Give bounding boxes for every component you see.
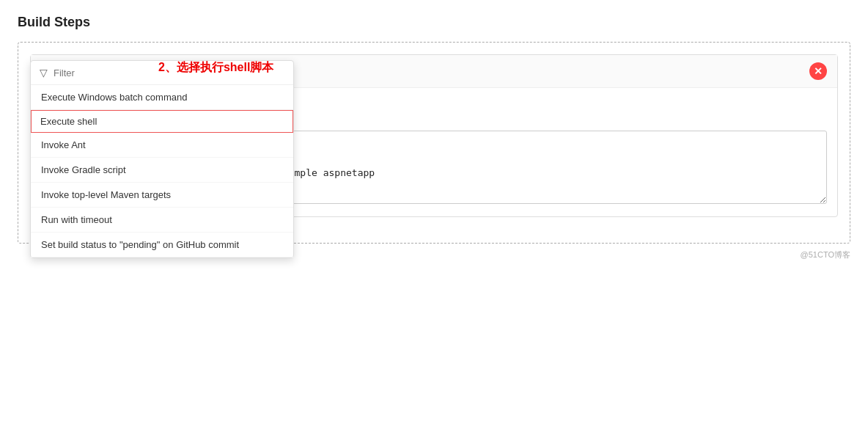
filter-input[interactable] <box>54 67 284 78</box>
build-steps-container: Execute shell ? ✕ Command See the list o… <box>18 42 850 244</box>
dropdown-item-execute-shell[interactable]: Execute shell <box>31 110 293 133</box>
close-button[interactable]: ✕ <box>809 62 827 80</box>
filter-icon: ▽ <box>40 67 48 78</box>
dropdown-item-invoke-gradle[interactable]: Invoke Gradle script <box>31 158 293 183</box>
dropdown-item-invoke-ant[interactable]: Invoke Ant <box>31 133 293 158</box>
dropdown-item-invoke-maven[interactable]: Invoke top-level Maven targets <box>31 183 293 208</box>
dropdown-menu: ▽ Execute Windows batch command Execute … <box>30 60 294 258</box>
dropdown-item-run-timeout[interactable]: Run with timeout <box>31 208 293 233</box>
page-title: Build Steps <box>18 15 850 30</box>
dropdown-item-build-status[interactable]: Set build status to "pending" on GitHub … <box>31 233 293 257</box>
dropdown-item-windows-batch[interactable]: Execute Windows batch command <box>31 85 293 110</box>
dropdown-filter-row: ▽ <box>31 61 293 85</box>
